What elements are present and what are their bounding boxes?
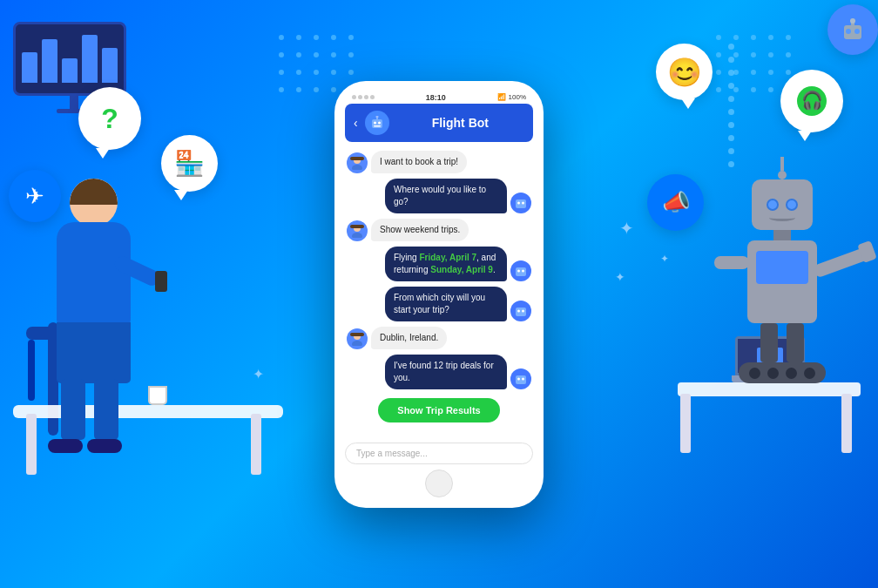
svg-rect-3 <box>374 125 381 127</box>
phone-body: 18:10 📶 100% ‹ Flight Bot <box>334 81 544 508</box>
message-2: Where would you like to go? <box>347 179 531 213</box>
robot-desk-leg-right <box>841 394 852 453</box>
question-mark-icon: ? <box>101 103 118 135</box>
user-face-icon-6 <box>350 332 364 346</box>
robot-chest-screen <box>756 251 808 284</box>
bar-chart <box>15 29 125 90</box>
signal-dot-4 <box>370 95 375 99</box>
smiley-bubble: 😊 <box>656 44 713 100</box>
svg-rect-22 <box>350 333 364 336</box>
user-face-icon <box>350 156 364 170</box>
bot-avatar-header <box>365 111 389 135</box>
wheel-3 <box>786 368 797 379</box>
signal-dot-2 <box>358 95 362 99</box>
chair-leg-1 <box>28 340 35 401</box>
message-6: Dublin, Ireland. <box>347 327 531 349</box>
svg-point-25 <box>517 377 520 380</box>
svg-text:🎧: 🎧 <box>801 90 823 111</box>
phone-home-button[interactable] <box>425 470 453 497</box>
chat-title: Flight Bot <box>396 116 524 130</box>
svg-point-19 <box>517 309 520 312</box>
svg-point-2 <box>378 121 381 124</box>
message-3-bubble: Show weekend trips. <box>371 219 469 241</box>
message-7-bubble: I've found 12 trip deals for you. <box>385 355 507 389</box>
bar-3 <box>62 58 78 83</box>
robot-mouth <box>769 214 795 221</box>
message-4: Flying Friday, April 7, and returning Su… <box>347 247 531 281</box>
svg-rect-13 <box>350 225 364 228</box>
desk-leg-left <box>26 414 37 475</box>
store-bubble: 🏪 <box>161 135 218 192</box>
back-button[interactable]: ‹ <box>354 116 358 130</box>
person-head <box>70 179 118 226</box>
message-input-area[interactable]: Type a message... <box>345 443 533 464</box>
svg-point-26 <box>522 377 524 380</box>
message-6-bubble: Dublin, Ireland. <box>371 327 447 349</box>
megaphone-icon: 📣 <box>662 189 690 216</box>
desk-leg-right <box>251 414 261 475</box>
bar-5 <box>102 48 118 83</box>
svg-rect-15 <box>516 267 526 276</box>
signal-dot-1 <box>352 95 356 99</box>
bot-avatar-4 <box>510 260 531 281</box>
wheel-2 <box>767 368 779 379</box>
robot-desk-surface <box>678 382 861 396</box>
message-2-bubble: Where would you like to go? <box>385 179 507 213</box>
message-5-bubble: From which city will you start your trip… <box>385 287 507 321</box>
message-7: I've found 12 trip deals for you. <box>347 355 531 389</box>
robot-antenna-stem <box>780 157 784 171</box>
coffee-cup <box>148 386 167 405</box>
person-leg-left <box>61 379 85 440</box>
robot-head-box <box>752 179 813 230</box>
robot-bubble <box>827 4 878 55</box>
left-illustration: ? ✈ 🏪 <box>0 0 322 588</box>
monitor-screen <box>13 22 126 96</box>
robot-base-wheels <box>739 362 826 383</box>
monitor-stand <box>70 96 78 109</box>
robot-arm-right <box>812 247 869 278</box>
phone-time: 18:10 <box>426 93 446 102</box>
phone-status-bar: 18:10 📶 100% <box>345 91 533 104</box>
msg4-highlight2: Sunday, April 9 <box>430 265 493 274</box>
bar-2 <box>42 39 57 83</box>
shoe-right <box>87 439 122 453</box>
bot-icon-2 <box>514 196 528 210</box>
headset-heart-icon: 🎧 <box>796 85 827 117</box>
svg-point-17 <box>522 269 524 272</box>
megaphone-bubble: 📣 <box>647 174 704 231</box>
robot-neck <box>773 230 791 240</box>
phone-battery-area: 📶 100% <box>497 93 526 101</box>
robot-small-icon <box>840 17 866 43</box>
robot-eye-right <box>786 199 798 211</box>
bot-avatar-2 <box>510 193 531 213</box>
user-avatar-6 <box>347 328 368 349</box>
bar-1 <box>22 52 37 83</box>
svg-rect-9 <box>516 199 526 208</box>
svg-point-8 <box>352 165 362 170</box>
robot-eye-left <box>767 199 779 211</box>
battery-text: 100% <box>509 93 526 101</box>
person-leg-right <box>94 379 118 440</box>
store-icon: 🏪 <box>174 149 205 178</box>
person-phone <box>155 271 167 292</box>
svg-point-33 <box>850 18 855 24</box>
bot-icon-5 <box>514 304 528 318</box>
msg4-end: . <box>493 265 496 274</box>
robot-desk-leg-left <box>680 394 691 453</box>
svg-point-31 <box>854 29 860 34</box>
bar-4 <box>82 35 98 83</box>
svg-point-30 <box>846 29 851 34</box>
user-avatar-3 <box>347 220 368 241</box>
svg-point-11 <box>522 201 524 204</box>
message-1: I want to book a trip! <box>347 151 531 173</box>
message-3: Show weekend trips. <box>347 219 531 241</box>
robot-hand <box>857 240 877 263</box>
bot-icon-7 <box>514 372 528 386</box>
chat-header: ‹ Flight Bot <box>345 104 533 142</box>
smiley-icon: 😊 <box>667 56 702 89</box>
robot-legs-container <box>756 323 808 362</box>
show-results-button[interactable]: Show Trip Results <box>378 398 500 422</box>
msg4-highlight1: Friday, April 7 <box>419 253 476 262</box>
user-face-icon-3 <box>350 224 364 238</box>
svg-point-5 <box>375 116 378 118</box>
